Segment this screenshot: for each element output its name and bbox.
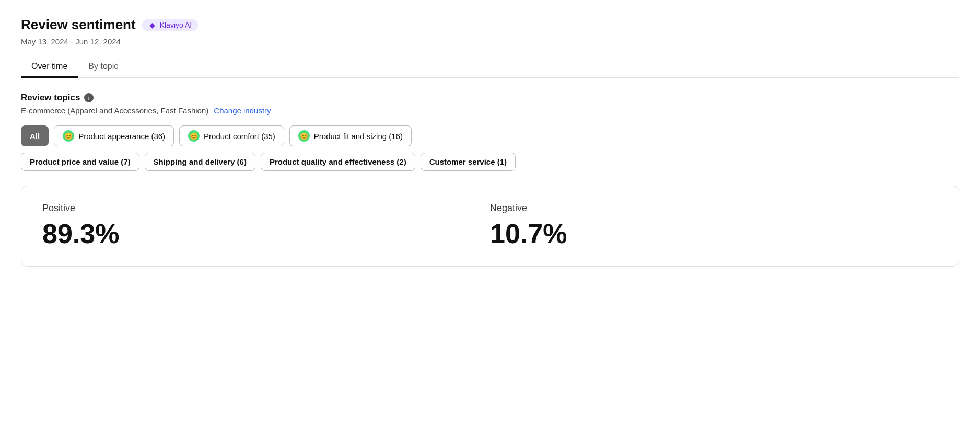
negative-col: Negative 10.7%: [490, 203, 938, 249]
tab-over-time[interactable]: Over time: [21, 56, 78, 78]
positive-value: 89.3%: [42, 218, 490, 249]
header-row: Review sentiment ◆ Klaviyo AI: [21, 17, 959, 33]
filter-shipping-label: Shipping and delivery (6): [154, 157, 247, 166]
smiley-icon-1: 😊: [63, 130, 74, 142]
positive-col: Positive 89.3%: [42, 203, 490, 249]
date-range: May 13, 2024 - Jun 12, 2024: [21, 37, 959, 46]
filter-product-quality-label: Product quality and effectiveness (2): [270, 157, 406, 166]
positive-label: Positive: [42, 203, 490, 214]
filter-product-price-label: Product price and value (7): [30, 157, 131, 166]
filter-product-comfort-label: Product comfort (35): [204, 132, 275, 141]
negative-label: Negative: [490, 203, 938, 214]
filter-product-comfort[interactable]: 😊 Product comfort (35): [179, 125, 284, 146]
filter-row-1: All 😊 Product appearance (36) 😊 Product …: [21, 125, 959, 146]
filter-product-appearance-label: Product appearance (36): [78, 132, 165, 141]
filter-product-fit[interactable]: 😊 Product fit and sizing (16): [289, 125, 412, 146]
filter-customer-service-label: Customer service (1): [429, 157, 507, 166]
klaviyo-ai-badge: ◆ Klaviyo AI: [142, 19, 198, 31]
change-industry-link[interactable]: Change industry: [214, 106, 271, 115]
filter-shipping[interactable]: Shipping and delivery (6): [145, 153, 255, 171]
industry-label: E-commerce (Apparel and Accessories, Fas…: [21, 106, 208, 115]
sentiment-card: Positive 89.3% Negative 10.7%: [21, 186, 959, 267]
filter-product-appearance[interactable]: 😊 Product appearance (36): [54, 125, 174, 146]
tab-by-topic[interactable]: By topic: [78, 56, 129, 78]
filter-customer-service[interactable]: Customer service (1): [421, 153, 516, 171]
filter-product-price[interactable]: Product price and value (7): [21, 153, 139, 171]
industry-row: E-commerce (Apparel and Accessories, Fas…: [21, 106, 959, 115]
klaviyo-ai-icon: ◆: [148, 21, 157, 29]
filter-product-fit-label: Product fit and sizing (16): [314, 132, 403, 141]
info-icon[interactable]: i: [84, 93, 94, 102]
review-topics-header: Review topics i: [21, 93, 959, 103]
klaviyo-ai-label: Klaviyo AI: [160, 21, 192, 29]
page-title: Review sentiment: [21, 17, 136, 33]
tabs-container: Over time By topic: [21, 56, 959, 78]
filter-product-quality[interactable]: Product quality and effectiveness (2): [261, 153, 415, 171]
filter-all-button[interactable]: All: [21, 125, 49, 146]
filter-row-2: Product price and value (7) Shipping and…: [21, 153, 959, 171]
review-topics-title: Review topics: [21, 93, 80, 103]
smiley-icon-2: 😊: [188, 130, 200, 142]
negative-value: 10.7%: [490, 218, 938, 249]
smiley-icon-3: 😊: [298, 130, 310, 142]
